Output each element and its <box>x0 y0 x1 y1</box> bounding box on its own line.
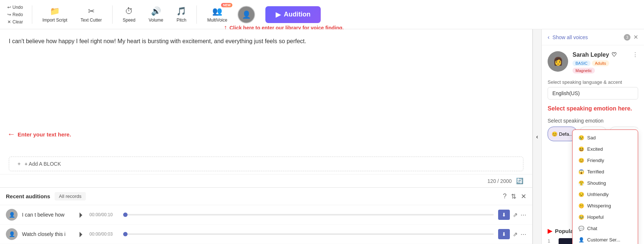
tag-basic: BASIC <box>573 60 590 66</box>
close-recent-button[interactable]: ✕ <box>521 192 526 200</box>
audio-title-1: I can t believe how <box>22 212 73 218</box>
heart-icon[interactable]: ♡ <box>611 51 617 58</box>
emotion-customer[interactable]: 👤 Customer Ser... <box>573 234 638 244</box>
play-button-1[interactable]: ⏵ <box>78 211 85 219</box>
more-button-2[interactable]: ⋯ <box>520 231 526 238</box>
avatar-icon: 👤 <box>242 10 251 19</box>
voice-avatar-icon: 👩 <box>553 57 563 66</box>
voice-tags: BASIC Adults Magnetic <box>573 60 628 74</box>
app-container: ↩ Undo ↪ Redo ✕ Clear 📁 Import Script ✂ … <box>0 0 644 244</box>
editor-wrapper: I can't believe how happy I feel right n… <box>0 29 532 154</box>
voice-more-options[interactable]: ⋮ <box>632 51 638 58</box>
panel-header: ‹ Show all voices 3 ✕ <box>542 29 644 45</box>
voice-profile: 👩 Sarah Lepley ♡ BASIC Adults Magnetic ⋮ <box>542 45 644 79</box>
all-records-button[interactable]: All records <box>55 192 86 200</box>
progress-dot-1 <box>123 213 128 217</box>
chevron-left-panel-icon: ‹ <box>548 34 549 41</box>
add-block-button[interactable]: ＋ + Add A BLOCK <box>9 157 523 171</box>
refresh-icon[interactable]: 🔄 <box>516 177 523 184</box>
speed-icon: ⏱ <box>125 7 133 16</box>
recent-actions: ? ⇅ ✕ <box>503 192 526 200</box>
divider-2 <box>112 5 113 24</box>
recent-auditions: Recent auditions All records ? ⇅ ✕ 👤 I c… <box>0 187 532 244</box>
show-all-voices[interactable]: Show all voices <box>552 34 621 40</box>
text-cutter-icon: ✂ <box>88 7 95 16</box>
editor-area: I can't believe how happy I feel right n… <box>0 29 533 244</box>
chevron-left-icon: ‹ <box>536 134 538 140</box>
share-button-1[interactable]: ⇗ <box>513 211 518 218</box>
enter-text-annotation: ← Enter your text here. <box>7 129 71 139</box>
hopeful-icon: 🥹 <box>578 214 584 220</box>
emotion-dropdown-label: Select speaking emotion <box>548 118 638 124</box>
import-script-icon: 📁 <box>50 7 60 16</box>
import-script-button[interactable]: 📁 Import Script <box>40 5 70 24</box>
emotion-cta[interactable]: Select speaking emotion here. <box>542 102 644 115</box>
emotion-whispering[interactable]: 🤫 Whispering <box>573 200 638 211</box>
help-button[interactable]: ? <box>503 192 507 200</box>
emotion-dropdown: 😢 Sad 😆 Excited 😊 Friendly 😱 Terrified <box>572 129 638 244</box>
progress-bar-1[interactable] <box>123 214 494 215</box>
emotion-sad[interactable]: 😢 Sad <box>573 132 638 143</box>
emotion-excited[interactable]: 😆 Excited <box>573 143 638 155</box>
divider-3 <box>196 5 197 24</box>
undo-button[interactable]: ↩ Undo <box>6 4 25 11</box>
pitch-button[interactable]: 🎵 Pitch <box>173 5 189 24</box>
download-button-2[interactable]: ⬇ <box>498 229 510 239</box>
clear-button[interactable]: ✕ Clear <box>6 19 25 25</box>
collapse-panel[interactable]: ‹ <box>533 29 541 244</box>
emotion-friendly[interactable]: 😊 Friendly <box>573 155 638 166</box>
voice-avatar: 👩 <box>548 51 568 72</box>
emotion-terrified[interactable]: 😱 Terrified <box>573 166 638 177</box>
download-button-1[interactable]: ⬇ <box>498 210 510 220</box>
main-area: I can't believe how happy I feel right n… <box>0 29 644 244</box>
customer-icon: 👤 <box>578 237 584 243</box>
right-panel: ‹ Show all voices 3 ✕ 👩 Sarah Lepley ♡ B… <box>541 29 644 244</box>
char-count: 120 / 2000 <box>487 178 512 184</box>
voice-avatar-toolbar[interactable]: 👤 <box>238 6 255 23</box>
undo-redo-group: ↩ Undo ↪ Redo ✕ Clear <box>6 4 25 25</box>
redo-button[interactable]: ↪ Redo <box>6 11 25 18</box>
volume-button[interactable]: 🔊 Volume <box>146 5 166 24</box>
progress-bar-2[interactable] <box>123 233 494 235</box>
tag-adults: Adults <box>592 60 609 66</box>
voice-info: Sarah Lepley ♡ BASIC Adults Magnetic <box>573 51 628 74</box>
unfriendly-icon: 😒 <box>578 192 584 197</box>
volume-icon: 🔊 <box>151 7 161 16</box>
lang-select[interactable]: English(US) <box>548 87 638 100</box>
sad-icon: 😢 <box>578 135 584 140</box>
toolbar: ↩ Undo ↪ Redo ✕ Clear 📁 Import Script ✂ … <box>0 0 644 29</box>
text-editor[interactable]: I can't believe how happy I feel right n… <box>0 29 532 102</box>
emotion-chat[interactable]: 💬 Chat <box>573 223 638 234</box>
text-cutter-button[interactable]: ✂ Text Cutter <box>78 5 105 24</box>
emotion-hopeful[interactable]: 🥹 Hopeful <box>573 211 638 223</box>
lang-section: Select speaking language & accent Englis… <box>542 79 644 102</box>
voice-count-badge: 3 <box>624 34 630 41</box>
voice-name: Sarah Lepley ♡ <box>573 51 628 58</box>
play-icon: ▶ <box>276 11 281 19</box>
multivoice-wrapper: 👥 MultiVoice NEW <box>204 5 230 24</box>
recent-title: Recent auditions <box>6 193 50 199</box>
time-display-1: 00:00/00:10 <box>89 212 119 217</box>
undo-icon: ↩ <box>7 5 11 10</box>
multivoice-button[interactable]: 👥 MultiVoice <box>204 5 230 24</box>
tag-magnetic: Magnetic <box>573 68 595 74</box>
excited-icon: 😆 <box>578 146 584 152</box>
more-button-1[interactable]: ⋯ <box>520 211 526 218</box>
audio-row-2: 👤 Watch closely this i ⏵ 00:00/00:03 ⬇ ⇗… <box>0 225 532 244</box>
time-display-2: 00:00/00:03 <box>89 232 119 237</box>
audition-button[interactable]: ▶ Show all voices Audition <box>265 6 321 23</box>
play-button-2[interactable]: ⏵ <box>78 230 85 239</box>
shouting-icon: 😤 <box>578 180 584 186</box>
add-icon: ＋ <box>16 161 22 167</box>
audio-row: 👤 I can t believe how ⏵ 00:00/00:10 ⬇ ⇗ … <box>0 205 532 225</box>
recent-header: Recent auditions All records ? ⇅ ✕ <box>0 188 532 205</box>
share-button-2[interactable]: ⇗ <box>513 231 518 238</box>
sort-button[interactable]: ⇅ <box>511 192 516 200</box>
emotion-shouting[interactable]: 😤 Shouting <box>573 177 638 189</box>
emotion-unfriendly[interactable]: 😒 Unfriendly <box>573 189 638 200</box>
audio-title-2: Watch closely this i <box>22 231 73 237</box>
speed-button[interactable]: ⏱ Speed <box>120 5 139 24</box>
multivoice-icon: 👥 <box>212 7 222 16</box>
panel-close-button[interactable]: ✕ <box>633 34 638 41</box>
clear-icon: ✕ <box>7 19 11 25</box>
